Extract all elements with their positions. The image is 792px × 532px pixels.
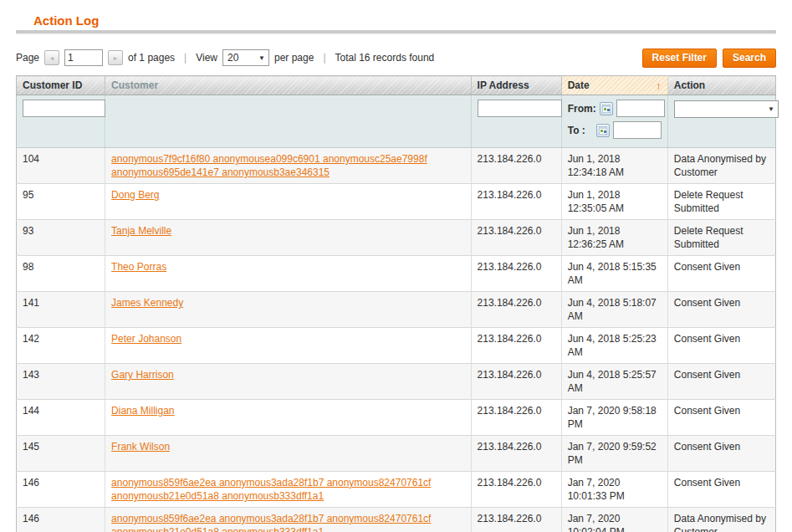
customer-link[interactable]: Gary Harrison bbox=[111, 369, 174, 381]
cell-action: Consent Given bbox=[667, 256, 775, 292]
previous-page-button[interactable]: ◄ bbox=[44, 50, 59, 65]
of-pages-label: of 1 pages bbox=[128, 52, 175, 64]
date-to-input[interactable] bbox=[613, 121, 662, 139]
action-filter-select[interactable]: ▼ bbox=[674, 100, 779, 118]
cell-action: Consent Given bbox=[667, 400, 775, 436]
cell-customer: Tanja Melville bbox=[105, 220, 471, 256]
next-page-icon: ► bbox=[113, 55, 119, 61]
grid-body: 104anonymous7f9cf16f80 anonymousea099c69… bbox=[17, 148, 776, 532]
date-to-label: To : bbox=[568, 125, 593, 136]
column-header-ip-address[interactable]: IP Address bbox=[471, 76, 561, 95]
pager: Page ◄ ► of 1 pages | View 20 ▼ per page… bbox=[16, 49, 434, 66]
column-header-date[interactable]: Date ↑ bbox=[561, 76, 667, 95]
cell-customer: anonymous7f9cf16f80 anonymousea099c6901 … bbox=[105, 148, 471, 184]
cell-ip-address: 213.184.226.0 bbox=[471, 184, 561, 220]
total-records-label: Total 16 records found bbox=[335, 52, 435, 64]
filter-cell-customer bbox=[105, 95, 471, 148]
cell-ip-address: 213.184.226.0 bbox=[471, 508, 561, 532]
cell-customer-id: 104 bbox=[17, 148, 105, 184]
filter-cell-date: From: To : bbox=[561, 95, 667, 148]
cell-ip-address: 213.184.226.0 bbox=[471, 292, 561, 328]
cell-customer-id: 144 bbox=[17, 400, 105, 436]
table-row: 141James Kennedy213.184.226.0Jun 4, 2018… bbox=[17, 292, 776, 328]
cell-customer-id: 95 bbox=[17, 184, 105, 220]
reset-filter-button[interactable]: Reset Filter bbox=[642, 49, 717, 68]
cell-customer: Frank Wilson bbox=[105, 436, 471, 472]
cell-date: Jun 1, 2018 12:35:05 AM bbox=[561, 184, 667, 220]
cell-customer-id: 142 bbox=[17, 328, 105, 364]
cell-ip-address: 213.184.226.0 bbox=[471, 436, 561, 472]
column-header-customer: Customer bbox=[105, 76, 471, 95]
cell-customer-id: 145 bbox=[17, 436, 105, 472]
page-label: Page bbox=[16, 52, 39, 64]
customer-link[interactable]: Peter Johanson bbox=[111, 333, 181, 345]
view-label: View bbox=[196, 52, 217, 64]
cell-customer-id: 146 bbox=[17, 508, 105, 532]
cell-action: Delete Request Submitted bbox=[667, 220, 775, 256]
customer-link[interactable]: anonymous7f9cf16f80 anonymousea099c6901 … bbox=[111, 153, 427, 178]
customer-link[interactable]: Diana Milligan bbox=[111, 405, 174, 417]
grid-header-row: Customer ID Customer IP Address Date ↑ A… bbox=[17, 76, 776, 95]
previous-page-icon: ◄ bbox=[49, 55, 55, 61]
separator: | bbox=[184, 52, 187, 64]
sort-ascending-icon: ↑ bbox=[656, 80, 662, 91]
cell-customer-id: 98 bbox=[17, 256, 105, 292]
column-header-date-label: Date bbox=[568, 79, 590, 91]
page-number-input[interactable] bbox=[64, 49, 103, 66]
cell-customer: Dong Berg bbox=[105, 184, 471, 220]
cell-action: Consent Given bbox=[667, 472, 775, 508]
per-page-label: per page bbox=[274, 52, 314, 64]
cell-customer: anonymous859f6ae2ea anonymous3ada28f1b7 … bbox=[105, 472, 471, 508]
customer-link[interactable]: James Kennedy bbox=[111, 297, 183, 309]
ip-address-filter-input[interactable] bbox=[478, 100, 562, 117]
calendar-icon[interactable] bbox=[596, 124, 610, 137]
cell-date: Jun 4, 2018 5:25:57 AM bbox=[561, 364, 667, 400]
cell-action: Consent Given bbox=[667, 436, 775, 472]
table-row: 104anonymous7f9cf16f80 anonymousea099c69… bbox=[17, 148, 776, 184]
customer-id-filter-input[interactable] bbox=[23, 100, 105, 117]
cell-action: Data Anonymised by Customer bbox=[667, 508, 775, 532]
column-header-action[interactable]: Action bbox=[667, 76, 775, 95]
table-row: 143Gary Harrison213.184.226.0Jun 4, 2018… bbox=[17, 364, 776, 400]
cell-ip-address: 213.184.226.0 bbox=[471, 328, 561, 364]
action-log-page: Action Log Page ◄ ► of 1 pages | View 20… bbox=[0, 0, 792, 532]
calendar-icon[interactable] bbox=[600, 102, 613, 115]
cell-date: Jun 4, 2018 5:25:23 AM bbox=[561, 328, 667, 364]
page-size-value: 20 bbox=[227, 52, 238, 64]
cell-action: Data Anonymised by Customer bbox=[667, 148, 775, 184]
cell-date: Jan 7, 2020 10:01:33 PM bbox=[561, 472, 667, 508]
date-from-input[interactable] bbox=[616, 100, 665, 117]
customer-link[interactable]: Theo Porras bbox=[111, 261, 166, 273]
table-row: 145Frank Wilson213.184.226.0Jan 7, 2020 … bbox=[17, 436, 776, 472]
cell-customer-id: 146 bbox=[17, 472, 105, 508]
table-row: 93Tanja Melville213.184.226.0Jun 1, 2018… bbox=[17, 220, 776, 256]
search-button[interactable]: Search bbox=[723, 49, 776, 68]
cell-customer: anonymous859f6ae2ea anonymous3ada28f1b7 … bbox=[105, 508, 471, 532]
table-row: 146anonymous859f6ae2ea anonymous3ada28f1… bbox=[17, 472, 776, 508]
page-size-select[interactable]: 20 ▼ bbox=[222, 49, 269, 66]
next-page-button[interactable]: ► bbox=[108, 50, 123, 65]
customer-link[interactable]: anonymous859f6ae2ea anonymous3ada28f1b7 … bbox=[111, 513, 431, 532]
table-row: 144Diana Milligan213.184.226.0Jan 7, 202… bbox=[17, 400, 776, 436]
grid-filter-row: From: To : bbox=[17, 95, 776, 148]
table-row: 142Peter Johanson213.184.226.0Jun 4, 201… bbox=[17, 328, 776, 364]
separator: | bbox=[323, 52, 325, 64]
cell-customer: Theo Porras bbox=[105, 256, 471, 292]
customer-link[interactable]: Dong Berg bbox=[111, 189, 159, 201]
customer-link[interactable]: Frank Wilson bbox=[111, 441, 170, 453]
table-row: 146anonymous859f6ae2ea anonymous3ada28f1… bbox=[17, 508, 776, 532]
customer-link[interactable]: Tanja Melville bbox=[111, 225, 171, 237]
cell-action: Consent Given bbox=[667, 328, 775, 364]
cell-customer: Gary Harrison bbox=[105, 364, 471, 400]
chevron-down-icon: ▼ bbox=[768, 105, 774, 113]
table-row: 95Dong Berg213.184.226.0Jun 1, 2018 12:3… bbox=[17, 184, 776, 220]
chevron-down-icon: ▼ bbox=[258, 54, 265, 62]
cell-customer: Diana Milligan bbox=[105, 400, 471, 436]
cell-ip-address: 213.184.226.0 bbox=[471, 400, 561, 436]
column-header-customer-id[interactable]: Customer ID bbox=[17, 76, 105, 95]
cell-action: Consent Given bbox=[667, 292, 775, 328]
customer-link[interactable]: anonymous859f6ae2ea anonymous3ada28f1b7 … bbox=[111, 477, 431, 502]
page-title: Action Log bbox=[33, 14, 792, 27]
filter-cell-action: ▼ bbox=[667, 95, 775, 148]
cell-ip-address: 213.184.226.0 bbox=[471, 472, 561, 508]
